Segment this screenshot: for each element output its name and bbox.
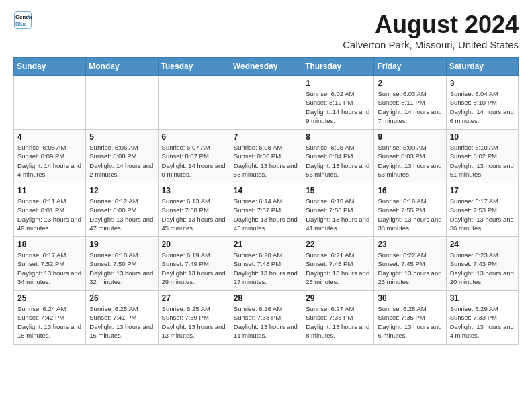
calendar-cell-4-5: 30Sunrise: 6:28 AMSunset: 7:35 PMDayligh… — [374, 291, 446, 345]
day-number: 25 — [17, 293, 82, 303]
calendar-cell-2-0: 11Sunrise: 6:11 AMSunset: 8:01 PMDayligh… — [14, 183, 86, 237]
day-info: Sunrise: 6:28 AMSunset: 7:35 PMDaylight:… — [378, 304, 442, 340]
day-info: Sunrise: 6:21 AMSunset: 7:46 PMDaylight:… — [306, 250, 370, 286]
calendar-cell-1-2: 6Sunrise: 6:07 AMSunset: 8:07 PMDaylight… — [158, 130, 230, 183]
header-friday: Friday — [374, 58, 446, 76]
day-info: Sunrise: 6:29 AMSunset: 7:33 PMDaylight:… — [450, 304, 515, 340]
day-number: 2 — [378, 79, 442, 88]
calendar-cell-4-4: 29Sunrise: 6:27 AMSunset: 7:36 PMDayligh… — [302, 291, 374, 345]
day-info: Sunrise: 6:14 AMSunset: 7:57 PMDaylight:… — [234, 197, 298, 232]
day-number: 6 — [162, 132, 226, 142]
day-info: Sunrise: 6:08 AMSunset: 8:06 PMDaylight:… — [234, 143, 298, 179]
week-row-1: 1Sunrise: 6:02 AMSunset: 8:12 PMDaylight… — [14, 76, 519, 130]
calendar-cell-3-1: 19Sunrise: 6:18 AMSunset: 7:50 PMDayligh… — [86, 237, 158, 291]
day-number: 12 — [89, 186, 154, 195]
day-number: 20 — [162, 240, 226, 249]
calendar-cell-1-1: 5Sunrise: 6:06 AMSunset: 8:08 PMDaylight… — [86, 130, 158, 183]
day-number: 30 — [378, 293, 442, 303]
day-number: 31 — [450, 293, 515, 303]
day-number: 23 — [378, 240, 442, 249]
day-info: Sunrise: 6:15 AMSunset: 7:56 PMDaylight:… — [306, 197, 370, 232]
calendar-cell-2-2: 13Sunrise: 6:13 AMSunset: 7:58 PMDayligh… — [158, 183, 230, 237]
calendar-cell-0-3 — [230, 76, 302, 130]
day-info: Sunrise: 6:10 AMSunset: 8:02 PMDaylight:… — [450, 143, 515, 179]
day-number: 1 — [306, 79, 370, 88]
calendar-cell-0-4: 1Sunrise: 6:02 AMSunset: 8:12 PMDaylight… — [302, 76, 374, 130]
day-info: Sunrise: 6:07 AMSunset: 8:07 PMDaylight:… — [162, 143, 226, 179]
week-row-4: 18Sunrise: 6:17 AMSunset: 7:52 PMDayligh… — [14, 237, 519, 291]
logo: General Blue — [13, 11, 32, 30]
day-number: 14 — [234, 186, 298, 195]
day-info: Sunrise: 6:13 AMSunset: 7:58 PMDaylight:… — [162, 197, 226, 232]
calendar-cell-2-3: 14Sunrise: 6:14 AMSunset: 7:57 PMDayligh… — [230, 183, 302, 237]
day-info: Sunrise: 6:26 AMSunset: 7:38 PMDaylight:… — [234, 304, 298, 340]
day-info: Sunrise: 6:16 AMSunset: 7:55 PMDaylight:… — [378, 197, 442, 232]
day-number: 3 — [450, 79, 515, 88]
header-sunday: Sunday — [14, 58, 86, 76]
day-info: Sunrise: 6:24 AMSunset: 7:42 PMDaylight:… — [17, 304, 82, 340]
calendar-cell-4-3: 28Sunrise: 6:26 AMSunset: 7:38 PMDayligh… — [230, 291, 302, 345]
day-info: Sunrise: 6:11 AMSunset: 8:01 PMDaylight:… — [17, 197, 82, 232]
svg-text:Blue: Blue — [15, 21, 28, 27]
calendar-cell-3-2: 20Sunrise: 6:19 AMSunset: 7:49 PMDayligh… — [158, 237, 230, 291]
day-info: Sunrise: 6:19 AMSunset: 7:49 PMDaylight:… — [162, 250, 226, 286]
calendar-cell-3-0: 18Sunrise: 6:17 AMSunset: 7:52 PMDayligh… — [14, 237, 86, 291]
day-info: Sunrise: 6:03 AMSunset: 8:11 PMDaylight:… — [378, 89, 442, 125]
day-info: Sunrise: 6:17 AMSunset: 7:52 PMDaylight:… — [17, 250, 82, 286]
calendar-cell-0-6: 3Sunrise: 6:04 AMSunset: 8:10 PMDaylight… — [446, 76, 518, 130]
day-info: Sunrise: 6:22 AMSunset: 7:45 PMDaylight:… — [378, 250, 442, 286]
week-row-5: 25Sunrise: 6:24 AMSunset: 7:42 PMDayligh… — [14, 291, 519, 345]
day-info: Sunrise: 6:18 AMSunset: 7:50 PMDaylight:… — [89, 250, 154, 286]
calendar-cell-3-6: 24Sunrise: 6:23 AMSunset: 7:43 PMDayligh… — [446, 237, 518, 291]
day-info: Sunrise: 6:17 AMSunset: 7:53 PMDaylight:… — [450, 197, 515, 232]
header-monday: Monday — [86, 58, 158, 76]
day-number: 4 — [17, 132, 82, 142]
day-number: 11 — [17, 186, 82, 195]
calendar-cell-1-6: 10Sunrise: 6:10 AMSunset: 8:02 PMDayligh… — [446, 130, 518, 183]
day-info: Sunrise: 6:05 AMSunset: 8:09 PMDaylight:… — [17, 143, 82, 179]
day-info: Sunrise: 6:04 AMSunset: 8:10 PMDaylight:… — [450, 89, 515, 125]
day-number: 10 — [450, 132, 515, 142]
calendar-cell-1-0: 4Sunrise: 6:05 AMSunset: 8:09 PMDaylight… — [14, 130, 86, 183]
day-number: 8 — [306, 132, 370, 142]
day-number: 17 — [450, 186, 515, 195]
day-number: 24 — [450, 240, 515, 249]
day-number: 29 — [306, 293, 370, 303]
calendar-cell-4-0: 25Sunrise: 6:24 AMSunset: 7:42 PMDayligh… — [14, 291, 86, 345]
calendar-table: Sunday Monday Tuesday Wednesday Thursday… — [13, 57, 519, 345]
calendar-body: 1Sunrise: 6:02 AMSunset: 8:12 PMDaylight… — [14, 76, 519, 345]
calendar-cell-1-5: 9Sunrise: 6:09 AMSunset: 8:03 PMDaylight… — [374, 130, 446, 183]
day-number: 9 — [378, 132, 442, 142]
calendar-cell-2-5: 16Sunrise: 6:16 AMSunset: 7:55 PMDayligh… — [374, 183, 446, 237]
day-number: 13 — [162, 186, 226, 195]
day-number: 28 — [234, 293, 298, 303]
calendar-cell-4-2: 27Sunrise: 6:25 AMSunset: 7:39 PMDayligh… — [158, 291, 230, 345]
header-thursday: Thursday — [302, 58, 374, 76]
calendar-cell-2-6: 17Sunrise: 6:17 AMSunset: 7:53 PMDayligh… — [446, 183, 518, 237]
day-number: 16 — [378, 186, 442, 195]
week-row-2: 4Sunrise: 6:05 AMSunset: 8:09 PMDaylight… — [14, 130, 519, 183]
day-number: 26 — [89, 293, 154, 303]
calendar-cell-2-1: 12Sunrise: 6:12 AMSunset: 8:00 PMDayligh… — [86, 183, 158, 237]
day-info: Sunrise: 6:27 AMSunset: 7:36 PMDaylight:… — [306, 304, 370, 340]
header-row: Sunday Monday Tuesday Wednesday Thursday… — [14, 58, 519, 76]
calendar-cell-3-3: 21Sunrise: 6:20 AMSunset: 7:48 PMDayligh… — [230, 237, 302, 291]
day-info: Sunrise: 6:25 AMSunset: 7:41 PMDaylight:… — [89, 304, 154, 340]
calendar-cell-1-4: 8Sunrise: 6:08 AMSunset: 8:04 PMDaylight… — [302, 130, 374, 183]
page-header: General Blue August 2024 Calverton Park,… — [13, 11, 519, 50]
week-row-3: 11Sunrise: 6:11 AMSunset: 8:01 PMDayligh… — [14, 183, 519, 237]
calendar-cell-3-5: 23Sunrise: 6:22 AMSunset: 7:45 PMDayligh… — [374, 237, 446, 291]
calendar-cell-1-3: 7Sunrise: 6:08 AMSunset: 8:06 PMDaylight… — [230, 130, 302, 183]
day-number: 5 — [89, 132, 154, 142]
calendar-subtitle: Calverton Park, Missouri, United States — [343, 39, 519, 50]
header-saturday: Saturday — [446, 58, 518, 76]
day-number: 18 — [17, 240, 82, 249]
logo-icon: General Blue — [13, 11, 32, 30]
day-number: 19 — [89, 240, 154, 249]
day-info: Sunrise: 6:06 AMSunset: 8:08 PMDaylight:… — [89, 143, 154, 179]
calendar-cell-0-1 — [86, 76, 158, 130]
calendar-cell-2-4: 15Sunrise: 6:15 AMSunset: 7:56 PMDayligh… — [302, 183, 374, 237]
day-info: Sunrise: 6:09 AMSunset: 8:03 PMDaylight:… — [378, 143, 442, 179]
calendar-cell-3-4: 22Sunrise: 6:21 AMSunset: 7:46 PMDayligh… — [302, 237, 374, 291]
calendar-cell-4-1: 26Sunrise: 6:25 AMSunset: 7:41 PMDayligh… — [86, 291, 158, 345]
